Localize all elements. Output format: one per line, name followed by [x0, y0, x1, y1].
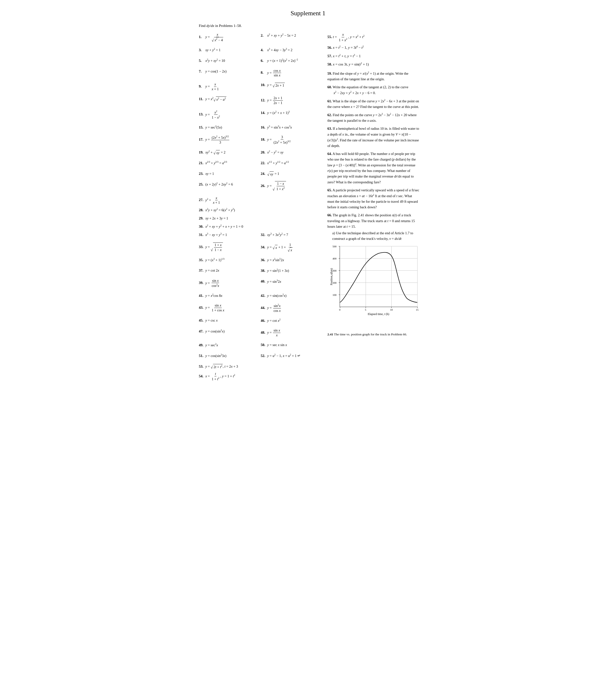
problems-grid-7-8: 7. y = cos(1 − 2x) 8. y = cos xsin x [199, 68, 318, 80]
problem-53: 53. y = √2t + t2, t = 2x + 3 [199, 363, 318, 370]
problem-57: 57. x = t2 + t, y = t3 − 1 [328, 53, 420, 59]
problem-24: 24. √xy = 1 [261, 171, 318, 177]
problem-25: 25. (x + 2y)2 + 2xy2 = 6 [199, 181, 256, 191]
problem-9: 9. y = xx + 1 [199, 82, 256, 91]
problems-grid-25-26: 25. (x + 2y)2 + 2xy2 = 6 26. y = √1 − x1… [199, 181, 318, 193]
problem-5: 5. x2y + xy2 = 10 [199, 58, 256, 64]
problem-15: 15. y = sec2(5x) [199, 124, 256, 130]
problem-10: 10. y = √2x + 1 [261, 82, 318, 91]
problem-62: 62. Find the points on the curve y = 2x3… [328, 112, 420, 123]
problem-51: 51. y = cos(sin23x) [199, 353, 256, 359]
graph-area: Position, s (km) 100 200 300 4 [340, 247, 417, 307]
problem-27: 27. y2 = xx + 1 [199, 196, 318, 205]
problem-1: 1. y = x√x2 − 4 [199, 32, 256, 42]
intro-text: Find dy/dx in Problems 1–58. [199, 24, 417, 28]
problem-20: 20. x2 − y2 = xy [261, 149, 318, 156]
problem-50: 50. y = sec x sin x [261, 342, 318, 348]
problems-grid-41-42: 41. y = x2cos 8x 42. y = sin(cos2x) [199, 292, 318, 301]
problem-32: 32. xy3 + 3x2y2 = 7 [261, 232, 318, 238]
problem-43: 43. y = sin x1 + cos x [199, 303, 256, 313]
problem-4: 4. x3 + 4xy − 3y3 = 2 [261, 47, 318, 53]
problem-65: 65. A particle projected vertically upwa… [328, 188, 420, 210]
problem-17: 17. y = (2x2 + 5x)3/23 [199, 135, 256, 145]
problem-54: 54. x = t1 + t2, y = 1 + t2 [199, 371, 318, 382]
problems-grid-45-46: 45. y = csc x 46. y = cot x2 [199, 317, 318, 326]
problem-38: 38. y = sin2(1 + 3x) [261, 267, 318, 274]
problems-grid-19-20: 19. xy2 + √xy = 2 20. x2 − y2 = xy [199, 149, 318, 157]
problem-26: 26. y = √1 − x1 + x2 [261, 181, 318, 191]
problem-16: 16. y3 = sin3x + cos3x [261, 124, 318, 130]
problems-grid-21-22: 21. x2/3 + y2/3 = a2/3 22. x1/2 + y1/2 =… [199, 160, 318, 168]
problems-grid-13-14: 13. y = x21 − x2 14. y = (x2 + x + 1)3 [199, 109, 318, 122]
page-title: Supplement 1 [199, 10, 417, 17]
problem-60: 60. Write the equation of the tangent at… [328, 85, 420, 96]
problem-39: 39. y = sin xcos2x [199, 279, 256, 288]
problem-6: 6. y = (x + 1)2(x2 + 2x)−2 [261, 58, 318, 64]
graph-container: Position, s (km) 100 200 300 4 [328, 244, 420, 319]
problem-22: 22. x1/2 + y1/2 = a1/2 [261, 160, 318, 166]
problems-grid-3-4: 3. xy + y2 = 1 4. x3 + 4xy − 3y3 = 2 [199, 47, 318, 55]
problem-41: 41. y = x2cos 8x [199, 292, 256, 299]
problems-grid-5-6: 5. x2y + xy2 = 10 6. y = (x + 1)2(x2 + 2… [199, 58, 318, 66]
problem-3: 3. xy + y2 = 1 [199, 47, 256, 53]
problems-55-58: 55. t = x1 + x2, y = x2 + t2 56. x = t2 … [328, 32, 420, 68]
problem-18: 18. y = 3(2x2 + 5x)3/2 [261, 135, 318, 145]
problem-36: 36. y = x2sin52x [261, 257, 318, 263]
problem-33: 33. y = √1 + x1 − x [199, 243, 256, 253]
problems-grid-31-32: 31. x3 − xy + y3 = 1 32. xy3 + 3x2y2 = 7 [199, 232, 318, 240]
graph-caption: 2.41 The time vs. position graph for the… [328, 332, 420, 336]
problem-30: 30. x2 + xy + y2 + x + y + 1 = 0 [199, 223, 318, 230]
problem-59: 59. Find the slope of y = x/(x2 + 1) at … [328, 71, 420, 82]
problem-48: 48. y = sin xx [261, 328, 318, 337]
problem-63: 63. If a hemispherical bowl of radius 10… [328, 126, 420, 149]
problems-grid-23-24: 23. xy = 1 24. √xy = 1 [199, 171, 318, 179]
problems-grid-39-40: 39. y = sin xcos2x 40. y = sin32x [199, 279, 318, 290]
problem-35: 35. y = (x3 + 1)1/3 [199, 257, 256, 263]
problem-58: 58. x = cos 3t, y = sin(t2 + 1) [328, 61, 420, 68]
problem-55: 55. t = x1 + x2, y = x2 + t2 [328, 32, 420, 42]
problems-grid-43-44: 43. y = sin x1 + cos x 44. y = sin2xcos … [199, 303, 318, 315]
problem-45: 45. y = csc x [199, 317, 256, 324]
problems-grid-33-34: 33. y = √1 + x1 − x 34. y = √x + 1 + 1√x [199, 243, 318, 254]
problem-37: 37. y = cot 2x [199, 267, 256, 274]
problem-52: 52. y = u2 − 1, x = u2 + 1 ↵ [261, 353, 318, 359]
problem-8: 8. y = cos xsin x [261, 68, 318, 78]
problem-19: 19. xy2 + √xy = 2 [199, 149, 256, 156]
problem-40: 40. y = sin32x [261, 279, 318, 288]
problem-44: 44. y = sin2xcos x [261, 303, 318, 313]
problems-grid-35-36: 35. y = (x3 + 1)1/3 36. y = x2sin52x [199, 257, 318, 265]
problems-grid-1-2: 1. y = x√x2 − 4 2. x2 + xy + y2 − 5x = 2 [199, 32, 318, 44]
y-axis-label: Position, s (km) [330, 247, 333, 307]
problems-grid-49-50: 49. y = sec2x 50. y = sec x sin x [199, 342, 318, 350]
problems-grid-11-12: 11. y = x2√x2 − a2 12. y = 2x + 12x − 1 [199, 96, 318, 107]
problem-23: 23. xy = 1 [199, 171, 256, 177]
problem-2: 2. x2 + xy + y2 − 5x = 2 [261, 32, 318, 42]
problem-29: 29. xy + 2x + 3y = 1 [199, 215, 318, 222]
problem-34: 34. y = √x + 1 + 1√x [261, 243, 318, 253]
problem-12: 12. y = 2x + 12x − 1 [261, 96, 318, 105]
problem-49: 49. y = sec2x [199, 342, 256, 348]
x-axis-label: Elapsed time, t (h) [368, 312, 390, 316]
problem-13: 13. y = x21 − x2 [199, 109, 256, 120]
right-column: 55. t = x1 + x2, y = x2 + t2 56. x = t2 … [328, 32, 420, 336]
problem-14: 14. y = (x2 + x + 1)3 [261, 109, 318, 120]
problems-grid-51-52: 51. y = cos(sin23x) 52. y = u2 − 1, x = … [199, 353, 318, 361]
problems-grid-47-48: 47. y = cos(sin2x) 48. y = sin xx [199, 328, 318, 340]
problems-grid-17-18: 17. y = (2x2 + 5x)3/23 18. y = 3(2x2 + 5… [199, 135, 318, 147]
problem-21: 21. x2/3 + y2/3 = a2/3 [199, 160, 256, 166]
problem-61: 61. What is the slope of the curve y = 2… [328, 98, 420, 109]
problem-46: 46. y = cot x2 [261, 317, 318, 324]
problem-66: 66. The graph in Fig. 2.41 shows the pos… [328, 213, 420, 241]
problem-42: 42. y = sin(cos2x) [261, 292, 318, 299]
problem-28: 28. x2y + xy2 = 6(x2 + y2) [199, 207, 318, 213]
problem-31: 31. x3 − xy + y3 = 1 [199, 232, 256, 238]
problems-grid-15-16: 15. y = sec2(5x) 16. y3 = sin3x + cos3x [199, 124, 318, 132]
problem-47: 47. y = cos(sin2x) [199, 328, 256, 337]
problem-64: 64. A bus will hold 60 people. The numbe… [328, 151, 420, 185]
content-wrapper: 1. y = x√x2 − 4 2. x2 + xy + y2 − 5x = 2… [199, 32, 417, 383]
left-column: 1. y = x√x2 − 4 2. x2 + xy + y2 − 5x = 2… [199, 32, 318, 383]
problem-7: 7. y = cos(1 − 2x) [199, 68, 256, 78]
problem-11: 11. y = x2√x2 − a2 [199, 96, 256, 105]
position-curve [340, 247, 417, 307]
problem-56: 56. x = t2 − 1, y = 3t4 − t2 [328, 44, 420, 51]
